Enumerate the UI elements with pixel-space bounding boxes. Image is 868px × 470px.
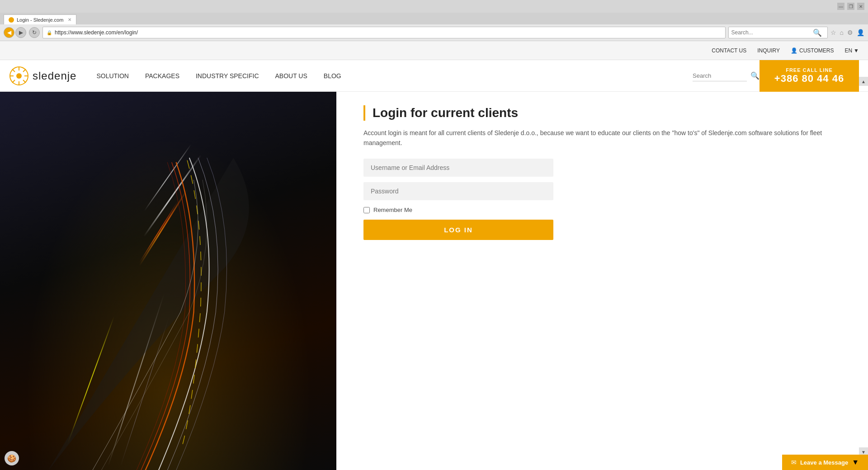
nav-about-us[interactable]: ABOUT US (274, 72, 309, 80)
settings-icon[interactable]: ⚙ (847, 29, 853, 36)
lang-label: EN (844, 47, 852, 54)
logo-icon (9, 66, 29, 86)
home-icon[interactable]: ⌂ (840, 29, 844, 36)
profile-icon[interactable]: 👤 (857, 29, 864, 36)
login-description: Account login is meant for all current c… (363, 128, 841, 148)
remember-row: Remember Me (363, 207, 841, 213)
browser-window-controls: — ❐ ✕ (837, 3, 864, 10)
tab-title: Login - Sledenje.com (17, 17, 63, 23)
browser-icons: ☆ ⌂ ⚙ 👤 (830, 29, 864, 36)
username-group (363, 159, 841, 177)
road-svg (0, 92, 336, 470)
login-area: Login for current clients Account login … (336, 92, 868, 470)
svg-line-8 (23, 69, 26, 72)
password-input[interactable] (363, 182, 553, 200)
login-button[interactable]: LOG IN (363, 220, 553, 240)
user-icon: 👤 (791, 47, 797, 54)
url-text: https://www.sledenje.com/en/login/ (55, 29, 722, 36)
close-button[interactable]: ✕ (857, 3, 864, 10)
svg-line-9 (12, 80, 15, 83)
header-search-button[interactable]: 🔍 (750, 71, 760, 80)
main-nav: SOLUTION PACKAGES INDUSTRY SPECIFIC ABOU… (94, 72, 693, 80)
hero-road-bg (0, 92, 336, 470)
language-selector[interactable]: EN ▼ (844, 47, 859, 54)
envelope-icon: ✉ (791, 459, 797, 466)
browser-search-icon[interactable]: 🔍 (813, 28, 822, 37)
minimize-button[interactable]: — (837, 3, 844, 10)
active-tab[interactable]: Login - Sledenje.com ✕ (4, 14, 76, 24)
login-title: Login for current clients (373, 105, 841, 121)
tab-close-icon[interactable]: ✕ (68, 17, 71, 22)
contact-us-link[interactable]: CONTACT US (712, 47, 746, 54)
browser-chrome: — ❐ ✕ Login - Sledenje.com ✕ ◀ ▶ ↻ 🔒 htt… (0, 0, 868, 41)
remember-me-label: Remember Me (373, 207, 412, 213)
browser-titlebar: — ❐ ✕ (0, 0, 868, 13)
refresh-button[interactable]: ↻ (29, 27, 40, 38)
topbar: CONTACT US INQUIRY 👤 CUSTOMERS EN ▼ ▲ (0, 41, 868, 60)
nav-blog[interactable]: BLOG (322, 72, 343, 80)
login-form: Remember Me LOG IN (363, 159, 841, 240)
website: CONTACT US INQUIRY 👤 CUSTOMERS EN ▼ ▲ (0, 41, 868, 470)
header-search: 🔍 (693, 70, 760, 81)
main-content: Login for current clients Account login … (0, 92, 868, 470)
tab-favicon (9, 17, 14, 23)
leave-message-label: Leave a Message (800, 459, 848, 466)
address-bar[interactable]: 🔒 https://www.sledenje.com/en/login/ (42, 27, 726, 38)
star-icon[interactable]: ☆ (830, 29, 836, 36)
hero-image (0, 92, 336, 470)
site-header: sledenje SOLUTION PACKAGES INDUSTRY SPEC… (0, 60, 868, 92)
password-group (363, 182, 841, 200)
svg-line-7 (23, 80, 26, 83)
inquiry-link[interactable]: INQUIRY (757, 47, 780, 54)
login-title-section: Login for current clients (363, 105, 841, 121)
customers-label: CUSTOMERS (799, 47, 834, 54)
svg-point-1 (16, 73, 22, 79)
lock-icon: 🔒 (47, 30, 52, 35)
leave-message-widget[interactable]: ✉ Leave a Message ▼ (782, 455, 868, 470)
free-call-box: FREE CALL LINE +386 80 44 46 (760, 60, 859, 92)
site-logo[interactable]: sledenje (9, 66, 76, 86)
remember-me-checkbox[interactable] (363, 207, 370, 213)
browser-toolbar: ◀ ▶ ↻ 🔒 https://www.sledenje.com/en/logi… (0, 24, 868, 41)
forward-button[interactable]: ▶ (15, 27, 26, 38)
cookie-consent-icon[interactable]: 🍪 (5, 451, 19, 465)
header-search-input[interactable] (693, 70, 747, 81)
browser-search-input[interactable] (731, 29, 813, 36)
free-call-number: +386 80 44 46 (774, 73, 844, 85)
nav-solution[interactable]: SOLUTION (94, 72, 131, 80)
cookie-emoji: 🍪 (7, 454, 16, 463)
browser-search-bar[interactable]: 🔍 (728, 27, 828, 38)
back-button[interactable]: ◀ (4, 27, 14, 38)
nav-industry-specific[interactable]: INDUSTRY SPECIFIC (194, 72, 261, 80)
scroll-up-arrow[interactable]: ▲ (859, 77, 868, 86)
svg-line-6 (12, 69, 15, 72)
free-call-label: FREE CALL LINE (786, 67, 833, 73)
chevron-down-icon: ▼ (854, 47, 859, 54)
nav-arrows: ◀ ▶ (4, 27, 26, 38)
maximize-button[interactable]: ❐ (847, 3, 854, 10)
logo-text: sledenje (33, 70, 76, 82)
chevron-down-icon-msg: ▼ (852, 458, 859, 466)
tabs-bar: Login - Sledenje.com ✕ (0, 13, 868, 24)
nav-packages[interactable]: PACKAGES (143, 72, 181, 80)
customers-link[interactable]: 👤 CUSTOMERS (791, 47, 834, 54)
username-input[interactable] (363, 159, 553, 177)
